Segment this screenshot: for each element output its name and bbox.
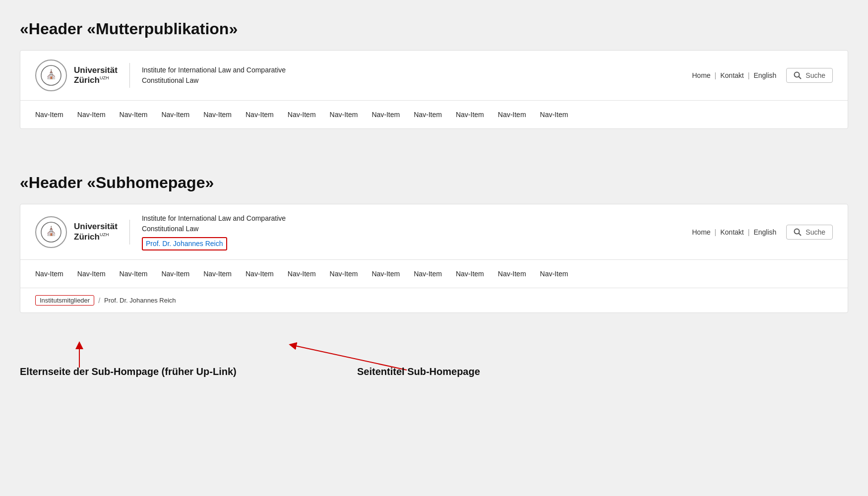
- top-nav-links: Home | Kontakt | English: [692, 71, 776, 79]
- university-logo: ⛪ Universität ZürichUZH: [35, 60, 118, 91]
- header-top-bar: ⛪ Universität ZürichUZH Institute for In…: [20, 51, 848, 101]
- nav-item-8[interactable]: Nav-Item: [323, 109, 365, 121]
- header2-nav-item-4[interactable]: Nav-Item: [154, 268, 196, 280]
- header2-top-nav-links: Home | Kontakt | English: [692, 228, 776, 236]
- header2-search-icon: [794, 228, 802, 236]
- nav-item-9[interactable]: Nav-Item: [365, 109, 407, 121]
- nav-item-10[interactable]: Nav-Item: [407, 109, 449, 121]
- header2-nav-item-2[interactable]: Nav-Item: [70, 268, 113, 280]
- search-button[interactable]: Suche: [786, 68, 833, 83]
- nav-item-12[interactable]: Nav-Item: [491, 109, 533, 121]
- logo-icon: ⛪: [35, 60, 67, 91]
- section1-heading: «Header «Mutterpublikation»: [20, 20, 848, 38]
- svg-line-7: [799, 233, 802, 236]
- institute-name: Institute for International Law and Comp…: [142, 65, 692, 86]
- nav-item-11[interactable]: Nav-Item: [449, 109, 491, 121]
- header2-nav-item-9[interactable]: Nav-Item: [365, 268, 407, 280]
- logo-text-block: Universität ZürichUZH: [74, 65, 118, 86]
- elternseite-label: Elternseite der Sub-Hompage (früher Up-L…: [20, 366, 237, 377]
- header2-main-nav-bar: Nav-Item Nav-Item Nav-Item Nav-Item Nav-…: [20, 260, 848, 288]
- header2-nav-home-link[interactable]: Home: [692, 228, 710, 236]
- header2-nav-item-3[interactable]: Nav-Item: [113, 268, 155, 280]
- search-icon: [794, 71, 802, 79]
- header2-university-name: Universität ZürichUZH: [74, 222, 118, 242]
- header2-nav-item-11[interactable]: Nav-Item: [449, 268, 491, 280]
- seitentitel-annotation: Seitentitel Sub-Homepage: [357, 366, 480, 377]
- header2-nav-item-8[interactable]: Nav-Item: [323, 268, 365, 280]
- header2-top-bar: ⛪ Universität ZürichUZH Institute for In…: [20, 204, 848, 260]
- svg-text:⛪: ⛪: [46, 226, 57, 237]
- header2-university-sup: UZH: [100, 232, 109, 237]
- header2-university-name-line2: Zürich: [74, 232, 100, 242]
- header2-nav-item-10[interactable]: Nav-Item: [407, 268, 449, 280]
- section2-heading: «Header «Subhomepage»: [20, 174, 848, 192]
- nav-kontakt-link[interactable]: Kontakt: [720, 71, 744, 79]
- header2-institute-line1: Institute for International Law and Comp…: [142, 214, 286, 222]
- breadcrumb-parent-link[interactable]: Institutsmitglieder: [35, 295, 94, 306]
- header2-institute-name: Institute for International Law and Comp…: [142, 213, 692, 250]
- logo-divider: [129, 63, 130, 88]
- nav-item-2[interactable]: Nav-Item: [70, 109, 113, 121]
- svg-point-2: [795, 72, 800, 77]
- nav-item-13[interactable]: Nav-Item: [533, 109, 575, 121]
- header-right-controls: Home | Kontakt | English Suche: [692, 68, 833, 83]
- breadcrumb-current-page: Prof. Dr. Johannes Reich: [104, 297, 176, 304]
- university-name-line2: Zürich: [74, 75, 100, 85]
- institute-line2: Constitutional Law: [142, 76, 198, 84]
- header2-nav-item-13[interactable]: Nav-Item: [533, 268, 575, 280]
- header2-nav-item-1[interactable]: Nav-Item: [35, 268, 70, 280]
- header2-institute-line2: Constitutional Law: [142, 225, 198, 233]
- header-subhomepage: ⛪ Universität ZürichUZH Institute for In…: [20, 204, 848, 313]
- header2-uzh-logo-svg: ⛪: [40, 221, 62, 243]
- nav-item-7[interactable]: Nav-Item: [281, 109, 323, 121]
- header2-nav-kontakt-link[interactable]: Kontakt: [720, 228, 744, 236]
- university-name-line1: Universität: [74, 65, 118, 75]
- uzh-logo-svg: ⛪: [40, 64, 62, 86]
- header2-logo-text-block: Universität ZürichUZH: [74, 222, 118, 242]
- header2-university-name-line1: Universität: [74, 222, 118, 231]
- university-name: Universität ZürichUZH: [74, 65, 118, 86]
- header2-nav-english-link[interactable]: English: [753, 228, 776, 236]
- header2-nav-item-7[interactable]: Nav-Item: [281, 268, 323, 280]
- nav-item-5[interactable]: Nav-Item: [196, 109, 239, 121]
- sep2: |: [748, 71, 750, 79]
- header2-nav-item-6[interactable]: Nav-Item: [239, 268, 281, 280]
- header2-right-controls: Home | Kontakt | English Suche: [692, 225, 833, 240]
- header2-nav-item-12[interactable]: Nav-Item: [491, 268, 533, 280]
- sep1: |: [715, 71, 717, 79]
- header-mutterpublikation: ⛪ Universität ZürichUZH Institute for In…: [20, 50, 848, 129]
- nav-item-3[interactable]: Nav-Item: [113, 109, 155, 121]
- header2-logo-divider: [129, 220, 130, 245]
- nav-english-link[interactable]: English: [753, 71, 776, 79]
- elternseite-annotation: Elternseite der Sub-Hompage (früher Up-L…: [20, 366, 237, 377]
- svg-point-6: [795, 229, 800, 234]
- header2-logo-icon: ⛪: [35, 216, 67, 248]
- header2-nav-item-5[interactable]: Nav-Item: [196, 268, 239, 280]
- nav-item-1[interactable]: Nav-Item: [35, 109, 70, 121]
- svg-line-3: [799, 77, 802, 79]
- main-nav-bar: Nav-Item Nav-Item Nav-Item Nav-Item Nav-…: [20, 101, 848, 128]
- header2-search-button[interactable]: Suche: [786, 225, 833, 240]
- header2-sep2: |: [748, 228, 750, 236]
- subhomepage-title[interactable]: Prof. Dr. Johannes Reich: [142, 237, 227, 250]
- breadcrumb-separator: /: [98, 297, 100, 305]
- search-label: Suche: [806, 71, 825, 79]
- nav-item-4[interactable]: Nav-Item: [154, 109, 196, 121]
- nav-home-link[interactable]: Home: [692, 71, 710, 79]
- university-sup: UZH: [100, 75, 109, 80]
- seitentitel-label: Seitentitel Sub-Homepage: [357, 366, 480, 377]
- header2-sep1: |: [715, 228, 717, 236]
- institute-line1: Institute for International Law and Comp…: [142, 66, 286, 74]
- header2-search-label: Suche: [806, 228, 825, 236]
- header2-university-logo: ⛪ Universität ZürichUZH: [35, 216, 118, 248]
- svg-text:⛪: ⛪: [46, 69, 57, 80]
- breadcrumb-bar: Institutsmitglieder / Prof. Dr. Johannes…: [20, 288, 848, 312]
- subhomepage-title-wrapper: Prof. Dr. Johannes Reich: [142, 235, 692, 250]
- nav-item-6[interactable]: Nav-Item: [239, 109, 281, 121]
